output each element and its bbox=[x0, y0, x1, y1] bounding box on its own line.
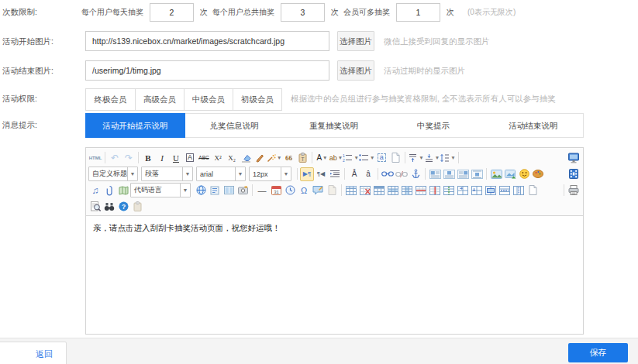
ordered-list-icon[interactable]: 12▼ bbox=[343, 151, 358, 165]
message-tab[interactable]: 活动开始提示说明 bbox=[85, 113, 185, 138]
print-icon[interactable] bbox=[567, 184, 581, 197]
justify-right-icon[interactable] bbox=[456, 167, 470, 181]
insert-row-icon[interactable] bbox=[386, 184, 400, 197]
comment-icon[interactable] bbox=[311, 184, 325, 197]
member-option-button[interactable]: 初级会员 bbox=[233, 89, 281, 110]
superscript-icon[interactable]: X² bbox=[211, 151, 225, 165]
merge-cells-icon[interactable] bbox=[484, 184, 498, 197]
emotion-icon[interactable] bbox=[517, 167, 531, 181]
fullscreen-icon[interactable] bbox=[567, 151, 581, 165]
clipboard-icon[interactable] bbox=[130, 200, 144, 214]
message-tab[interactable]: 活动结束说明 bbox=[483, 114, 583, 137]
split-cell-icon[interactable] bbox=[442, 184, 456, 197]
search-replace-icon[interactable] bbox=[102, 200, 116, 214]
redo-icon[interactable]: ↷ bbox=[122, 151, 136, 165]
insert-video-icon[interactable] bbox=[567, 167, 581, 181]
preview-icon[interactable] bbox=[88, 200, 102, 214]
merge-down-icon[interactable] bbox=[470, 184, 484, 197]
screenshot-icon[interactable] bbox=[236, 184, 250, 197]
limit-count-input[interactable] bbox=[396, 3, 440, 22]
undo-icon[interactable]: ↶ bbox=[108, 151, 122, 165]
lowercase-icon[interactable]: â bbox=[361, 167, 375, 181]
paragraph-spacing-top-icon[interactable]: ▼ bbox=[408, 151, 423, 165]
uppercase-icon[interactable]: Â bbox=[347, 167, 361, 181]
justify-justify-icon[interactable] bbox=[470, 167, 484, 181]
end-image-input[interactable] bbox=[85, 60, 329, 81]
template-icon[interactable] bbox=[208, 184, 222, 197]
message-tab[interactable]: 兑奖信息说明 bbox=[185, 114, 285, 137]
indent-icon[interactable] bbox=[328, 167, 342, 181]
cleardoc-icon[interactable] bbox=[388, 151, 402, 165]
special-chars-icon[interactable]: Ω bbox=[297, 184, 311, 197]
pasteplain-icon[interactable]: T bbox=[295, 151, 309, 165]
member-option-button[interactable]: 高级会员 bbox=[135, 89, 184, 110]
line-height-icon[interactable]: ▼ bbox=[440, 151, 455, 165]
help-icon[interactable]: ? bbox=[116, 200, 130, 214]
unordered-list-icon[interactable]: ▼ bbox=[359, 151, 374, 165]
unlink-icon[interactable] bbox=[395, 167, 409, 181]
split-rows-icon[interactable] bbox=[498, 184, 512, 197]
merge-right-icon[interactable] bbox=[456, 184, 470, 197]
note-icon[interactable] bbox=[325, 184, 339, 197]
end-image-pick-button[interactable]: 选择图片 bbox=[337, 60, 374, 81]
start-image-pick-button[interactable]: 选择图片 bbox=[337, 31, 374, 51]
backcolor-icon[interactable]: ab▼ bbox=[329, 151, 343, 165]
delete-col-icon[interactable] bbox=[428, 184, 442, 197]
font-family-dropdown[interactable]: arial▼ bbox=[196, 167, 246, 181]
strikethrough-icon[interactable]: ABC bbox=[197, 151, 211, 165]
delete-row-icon[interactable] bbox=[414, 184, 428, 197]
insert-image-icon[interactable] bbox=[489, 167, 503, 181]
snapscreen-icon[interactable] bbox=[503, 167, 517, 181]
time-icon[interactable] bbox=[283, 184, 297, 197]
editor-content[interactable]: 亲，请点击进入刮刮卡抽奖活动页面，祝您好运哦！ bbox=[86, 216, 583, 241]
horizontal-rule-icon[interactable]: — bbox=[255, 184, 269, 197]
insert-table-icon[interactable] bbox=[344, 184, 358, 197]
selectall-icon[interactable]: a bbox=[374, 151, 388, 165]
formatpainter-icon[interactable] bbox=[253, 151, 267, 165]
source-icon[interactable]: HTML bbox=[88, 151, 102, 165]
delete-table-icon[interactable] bbox=[358, 184, 372, 197]
table-page-icon[interactable] bbox=[526, 184, 540, 197]
date-icon[interactable]: 31 bbox=[269, 184, 283, 197]
code-language-dropdown[interactable]: 代码语言▼ bbox=[130, 183, 191, 197]
save-button[interactable]: 保存 bbox=[568, 343, 628, 362]
custom-title-dropdown[interactable]: 自定义标题▼ bbox=[88, 167, 138, 181]
paragraph-spacing-bottom-icon[interactable]: ▼ bbox=[424, 151, 440, 165]
map-icon[interactable] bbox=[116, 184, 130, 197]
autotypeset-icon[interactable]: ▼ bbox=[267, 151, 281, 165]
member-option-button[interactable]: 中级会员 bbox=[184, 89, 233, 110]
italic-icon[interactable]: I bbox=[155, 151, 169, 165]
subscript-icon[interactable]: X₂ bbox=[225, 151, 239, 165]
underline-icon[interactable]: U bbox=[169, 151, 183, 165]
dropdown-caret-icon: ▼ bbox=[450, 155, 455, 160]
eraser-icon[interactable] bbox=[239, 151, 253, 165]
justify-left-icon[interactable] bbox=[428, 167, 442, 181]
anchor-icon[interactable] bbox=[409, 167, 422, 181]
dir-rtl-icon[interactable]: ¶◀ bbox=[314, 167, 328, 181]
gmap-icon[interactable] bbox=[194, 184, 208, 197]
attachment-icon[interactable] bbox=[102, 184, 116, 197]
bold-icon[interactable]: B bbox=[141, 151, 155, 165]
fontborder-icon[interactable]: A bbox=[183, 151, 197, 165]
start-image-input[interactable] bbox=[85, 31, 329, 51]
columns-icon[interactable] bbox=[222, 184, 236, 197]
dir-ltr-icon[interactable]: ▶¶ bbox=[300, 167, 314, 181]
paragraph-dropdown[interactable]: 段落▼ bbox=[141, 167, 193, 181]
message-tab[interactable]: 中奖提示 bbox=[384, 114, 484, 137]
insert-col-icon[interactable] bbox=[400, 184, 414, 197]
member-option-button[interactable]: 终极会员 bbox=[86, 89, 135, 110]
link-icon[interactable] bbox=[381, 167, 395, 181]
limit-count-input[interactable] bbox=[281, 3, 325, 22]
justify-center-icon[interactable] bbox=[442, 167, 456, 181]
message-tab[interactable]: 重复抽奖说明 bbox=[284, 114, 384, 137]
blockquote-icon[interactable]: 66 bbox=[281, 151, 295, 165]
music-icon[interactable]: ♫ bbox=[88, 184, 102, 197]
editor-toolbar: HTML↶↷BIUAABCX²X₂▼66TA▼ab▼12▼▼a▼▼▼自定义标题▼… bbox=[86, 148, 583, 216]
back-button[interactable]: 返回 bbox=[0, 342, 67, 364]
font-size-dropdown[interactable]: 12px▼ bbox=[249, 167, 291, 181]
split-cols-icon[interactable] bbox=[512, 184, 526, 197]
forecolor-icon[interactable]: A▼ bbox=[315, 151, 329, 165]
limit-count-input[interactable] bbox=[150, 3, 194, 22]
table-title-icon[interactable] bbox=[372, 184, 386, 197]
scrawl-icon[interactable] bbox=[531, 167, 545, 181]
